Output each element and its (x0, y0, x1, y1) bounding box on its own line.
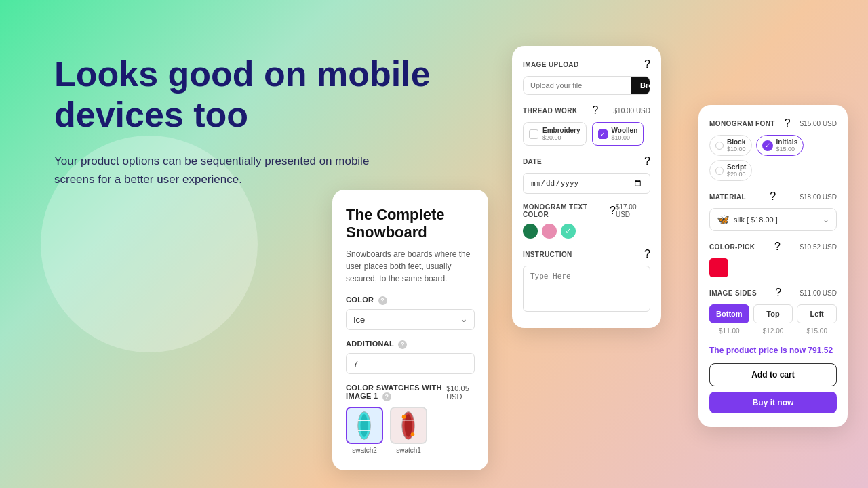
material-emoji: 🦋 (717, 214, 730, 226)
block-font-price: $10.00 (727, 146, 746, 152)
material-price: $18.00 USD (800, 193, 837, 201)
material-value: silk [ $18.00 ] (734, 216, 778, 224)
woollen-name: Woollen (612, 127, 638, 134)
headline: Looks good on mobile devices too (54, 54, 475, 136)
monogram-font-price: $15.00 USD (800, 120, 837, 127)
script-font-price: $20.00 (727, 171, 746, 178)
top-side-button[interactable]: Top (753, 304, 793, 323)
left-section: Looks good on mobile devices too Your pr… (54, 54, 475, 188)
image-sides-buttons: Bottom Top Left (709, 304, 837, 323)
list-item[interactable]: swatch1 (390, 407, 427, 454)
svg-point-9 (402, 415, 406, 419)
swatch2-label: swatch2 (352, 447, 377, 454)
instruction-textarea[interactable] (523, 266, 650, 312)
monogram-color-label: MONOGRAM TEXT COLOR (523, 203, 610, 218)
image-sides-label: IMAGE SIDES (709, 289, 757, 297)
swatch1-label: swatch1 (396, 447, 421, 454)
date-input[interactable] (523, 173, 650, 194)
bottom-price: $11.00 (709, 327, 749, 335)
thread-work-info-icon: ? (593, 104, 599, 117)
upload-row: Browse (523, 76, 650, 95)
svg-point-7 (404, 414, 412, 436)
svg-point-10 (411, 432, 415, 436)
image-upload-info-icon: ? (644, 58, 650, 70)
upload-file-input[interactable] (524, 77, 631, 94)
color-green[interactable] (523, 224, 538, 239)
initials-check: ✓ (762, 140, 773, 151)
script-radio[interactable] (715, 167, 724, 175)
image-sides-price: $11.00 USD (800, 289, 837, 297)
thread-work-header: THREAD WORK ? $10.00 USD (523, 104, 650, 117)
buy-now-button[interactable]: Buy it now (709, 392, 837, 413)
script-font-name: Script (727, 163, 746, 171)
list-item[interactable]: swatch2 (346, 407, 383, 454)
thread-work-price: $10.00 USD (614, 107, 650, 115)
material-select[interactable]: 🦋 silk [ $18.00 ] ⌄ (709, 208, 837, 231)
color-select[interactable]: Ice (346, 309, 475, 330)
date-header: DATE ? (523, 155, 650, 167)
initials-font-name: Initials (776, 138, 798, 146)
font-options: Block $10.00 ✓ Initials $15.00 Script $2… (709, 135, 837, 181)
swatches-info-icon: ? (382, 392, 391, 401)
color-pick-label: COLOR-PICK (709, 243, 755, 251)
embroidery-price: $20.00 (542, 134, 580, 141)
swatches-price: $10.05 USD (446, 384, 475, 401)
monogram-font-label: MONOGRAM FONT (709, 120, 775, 127)
swatches-row: swatch2 swatch1 (346, 407, 475, 454)
thread-work-label: THREAD WORK (523, 107, 578, 115)
monogram-color-info-icon: ? (610, 205, 616, 217)
product-title: The Complete Snowboard (346, 206, 475, 241)
browse-button[interactable]: Browse (631, 77, 650, 94)
embroidery-option[interactable]: Embroidery $20.00 (523, 122, 587, 146)
monogram-color-header: MONOGRAM TEXT COLOR ? $17.00 USD (523, 203, 650, 218)
image-sides-header: IMAGE SIDES ? $11.00 USD (709, 287, 837, 299)
swatches-label: COLOR SWATCHES WITH IMAGE 1 ? (346, 384, 446, 401)
block-font-name: Block (727, 138, 746, 146)
date-label: DATE (523, 158, 542, 165)
bottom-side-button[interactable]: Bottom (709, 304, 749, 323)
instruction-header: INSTRUCTION ? (523, 248, 650, 260)
woollen-option[interactable]: ✓ Woollen $10.00 (592, 122, 644, 146)
embroidery-name: Embroidery (542, 127, 580, 134)
initials-font-price: $15.00 (776, 146, 798, 152)
color-pick-price: $10.52 USD (800, 243, 837, 251)
product-price-text: The product price is now 791.52 (709, 346, 837, 355)
product-card: The Complete Snowboard Snowboards are bo… (332, 190, 488, 470)
monogram-color-swatches: ✓ (523, 224, 650, 239)
image-upload-header: IMAGE UPLOAD ? (523, 58, 650, 70)
block-radio[interactable] (715, 142, 724, 150)
monogram-font-header: MONOGRAM FONT ? $15.00 USD (709, 117, 837, 129)
embroidery-checkbox[interactable] (529, 129, 538, 139)
color-info-icon: ? (378, 296, 387, 305)
additional-input[interactable] (346, 353, 475, 374)
right-card: MONOGRAM FONT ? $15.00 USD Block $10.00 … (698, 105, 848, 427)
left-side-button[interactable]: Left (797, 304, 837, 323)
woollen-checkbox[interactable]: ✓ (598, 129, 608, 139)
add-to-cart-button[interactable]: Add to cart (709, 363, 837, 386)
instruction-info-icon: ? (644, 248, 650, 260)
product-description: Snowboards are boards where the user pla… (346, 248, 475, 285)
material-label: MATERIAL (709, 193, 746, 201)
monogram-font-info-icon: ? (785, 117, 791, 129)
block-font-option[interactable]: Block $10.00 (709, 135, 752, 156)
color-select-wrapper[interactable]: Ice (346, 309, 475, 330)
color-pick-info-icon: ? (774, 241, 781, 253)
color-pick-swatch[interactable] (709, 258, 728, 277)
swatch1-img[interactable] (390, 407, 427, 444)
color-pink[interactable] (542, 224, 557, 239)
script-font-option[interactable]: Script $20.00 (709, 160, 752, 181)
monogram-color-price: $17.00 USD (616, 203, 650, 218)
svg-point-2 (360, 414, 368, 436)
color-teal[interactable]: ✓ (561, 224, 576, 239)
material-info-icon: ? (770, 190, 776, 203)
left-price: $15.00 (797, 327, 837, 335)
woollen-price: $10.00 (612, 134, 638, 141)
color-pick-header: COLOR-PICK ? $10.52 USD (709, 241, 837, 253)
image-upload-label: IMAGE UPLOAD (523, 61, 579, 68)
swatch2-img[interactable] (346, 407, 383, 444)
instruction-label: INSTRUCTION (523, 251, 572, 258)
additional-label: ADDITIONAL ? (346, 340, 475, 349)
initials-font-option[interactable]: ✓ Initials $15.00 (756, 135, 804, 156)
material-chevron-icon: ⌄ (823, 215, 829, 224)
thread-options: Embroidery $20.00 ✓ Woollen $10.00 (523, 122, 650, 146)
